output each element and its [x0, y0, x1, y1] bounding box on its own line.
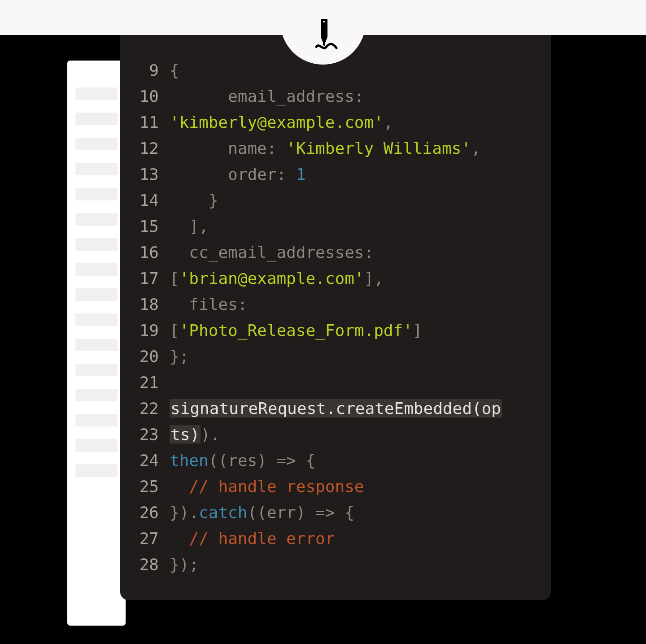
code-content[interactable]: { — [170, 57, 533, 83]
code-token: name: — [170, 139, 286, 157]
line-number: 11 — [138, 109, 170, 135]
code-content[interactable]: }).catch((err) => { — [170, 500, 533, 526]
doc-placeholder-line — [75, 188, 118, 200]
code-line[interactable]: 26}).catch((err) => { — [138, 500, 533, 526]
line-number: 27 — [138, 526, 170, 552]
line-number: 23 — [138, 422, 170, 448]
code-line[interactable]: 20}; — [138, 344, 533, 370]
code-token: { — [170, 61, 179, 79]
code-content[interactable]: }); — [170, 552, 533, 578]
code-content[interactable]: // handle response — [170, 474, 533, 500]
code-line[interactable]: 14 } — [138, 187, 533, 213]
line-number: 10 — [138, 83, 170, 109]
code-line[interactable]: 18 files: — [138, 292, 533, 318]
line-number: 26 — [138, 500, 170, 526]
doc-placeholder-line — [75, 364, 118, 376]
code-token: ((res) => { — [209, 451, 315, 470]
line-number: 28 — [138, 552, 170, 578]
code-line[interactable]: 17['brian@example.com'], — [138, 265, 533, 292]
code-content[interactable]: cc_email_addresses: — [170, 239, 533, 265]
line-number: 25 — [138, 474, 170, 500]
code-token: then — [170, 451, 209, 470]
code-token: }); — [170, 555, 199, 574]
code-token: 'Photo_Release_Form.pdf' — [179, 321, 413, 339]
code-lines-container: 9{10 email_address: 11'kimberly@example.… — [138, 57, 533, 578]
code-content[interactable]: order: 1 — [170, 161, 533, 187]
code-line[interactable]: 19['Photo_Release_Form.pdf'] — [138, 318, 533, 344]
code-line[interactable]: 21 — [138, 370, 533, 396]
code-content[interactable]: ts)). — [170, 422, 533, 448]
code-token: files: — [170, 295, 257, 313]
line-number: 22 — [138, 396, 170, 422]
line-number: 24 — [138, 448, 170, 474]
code-content[interactable]: }; — [170, 344, 533, 370]
line-number: 20 — [138, 344, 170, 370]
code-token: } — [170, 191, 218, 209]
line-number: 12 — [138, 135, 170, 161]
code-editor-panel[interactable]: 9{10 email_address: 11'kimberly@example.… — [120, 35, 551, 600]
code-line[interactable]: 13 order: 1 — [138, 161, 533, 187]
code-token: ] — [413, 321, 423, 339]
line-number: 13 — [138, 161, 170, 187]
line-number: 14 — [138, 187, 170, 213]
code-content[interactable]: ['Photo_Release_Form.pdf'] — [170, 318, 533, 344]
code-token: 'kimberly@example.com' — [170, 113, 384, 131]
line-number: 15 — [138, 213, 170, 239]
doc-placeholder-line — [75, 288, 118, 301]
code-token: }; — [170, 347, 189, 366]
svg-rect-0 — [322, 20, 327, 24]
doc-placeholder-line — [75, 238, 118, 251]
code-line[interactable]: 11'kimberly@example.com', — [138, 109, 533, 135]
doc-placeholder-line — [75, 213, 118, 226]
code-token: ], — [364, 269, 384, 287]
code-token: email_address: — [170, 87, 374, 105]
doc-placeholder-line — [75, 389, 118, 401]
doc-placeholder-line — [75, 414, 118, 426]
code-token: // handle error — [170, 529, 335, 548]
line-number: 16 — [138, 239, 170, 265]
code-line[interactable]: 15 ], — [138, 213, 533, 239]
code-token: }). — [170, 503, 199, 522]
doc-placeholder-line — [75, 439, 118, 452]
doc-placeholder-line — [75, 313, 118, 326]
code-content[interactable]: // handle error — [170, 526, 533, 552]
code-token: ). — [201, 425, 220, 444]
code-token: signatureRequest.createEmbedded(op — [170, 399, 502, 418]
code-content[interactable]: name: 'Kimberly Williams', — [170, 135, 533, 161]
code-line[interactable]: 24then((res) => { — [138, 448, 533, 474]
code-token: 'brian@example.com' — [179, 269, 364, 287]
code-line[interactable]: 12 name: 'Kimberly Williams', — [138, 135, 533, 161]
code-line[interactable]: 22signatureRequest.createEmbedded(op — [138, 396, 533, 422]
code-token: ], — [170, 217, 209, 235]
code-content[interactable]: files: — [170, 292, 533, 318]
code-content[interactable]: then((res) => { — [170, 448, 533, 474]
line-number: 9 — [138, 57, 170, 83]
doc-placeholder-line — [75, 138, 118, 150]
code-token: ((err) => { — [247, 503, 354, 522]
code-content[interactable]: } — [170, 187, 533, 213]
code-line[interactable]: 28}); — [138, 552, 533, 578]
code-content[interactable]: ['brian@example.com'], — [170, 265, 533, 292]
code-line[interactable]: 25 // handle response — [138, 474, 533, 500]
doc-placeholder-line — [75, 464, 118, 477]
line-number: 18 — [138, 292, 170, 318]
code-token: 'Kimberly Williams' — [286, 139, 471, 157]
code-token: ts) — [170, 425, 201, 444]
code-token: , — [471, 139, 481, 157]
code-content[interactable]: email_address: — [170, 83, 533, 109]
code-content[interactable]: signatureRequest.createEmbedded(op — [170, 396, 533, 422]
code-token: catch — [199, 503, 247, 522]
code-content[interactable]: ], — [170, 213, 533, 239]
code-token: // handle response — [170, 477, 364, 496]
code-line[interactable]: 10 email_address: — [138, 83, 533, 109]
code-content[interactable]: 'kimberly@example.com', — [170, 109, 533, 135]
line-number: 19 — [138, 318, 170, 344]
code-token: [ — [170, 269, 179, 287]
code-line[interactable]: 23ts)). — [138, 422, 533, 448]
doc-placeholder-line — [75, 113, 118, 125]
code-line[interactable]: 27 // handle error — [138, 526, 533, 552]
pen-signature-icon — [305, 17, 341, 54]
code-line[interactable]: 16 cc_email_addresses: — [138, 239, 533, 265]
doc-placeholder-line — [75, 339, 118, 351]
code-token: [ — [170, 321, 179, 339]
